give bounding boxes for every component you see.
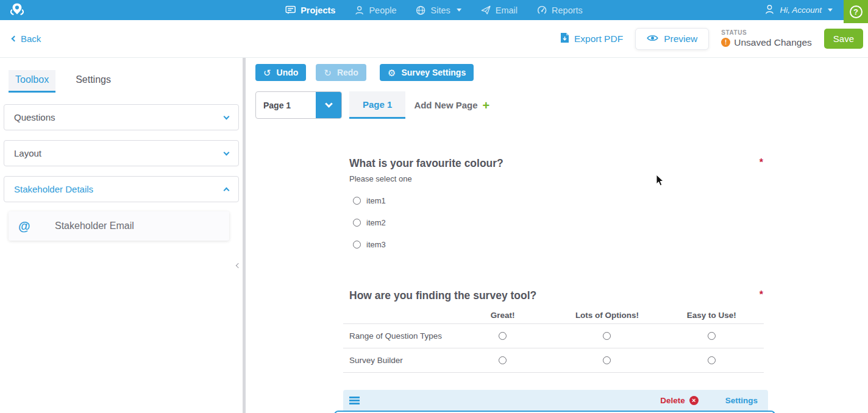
redo-button[interactable]: ↻ Redo: [316, 64, 366, 81]
radio-button[interactable]: [603, 332, 611, 340]
help-button[interactable]: ?: [844, 0, 868, 23]
nav-item-projects[interactable]: Projects: [285, 5, 335, 15]
nav-item-label: Email: [496, 5, 518, 15]
nav-item-label: Sites: [431, 5, 450, 15]
survey-settings-label: Survey Settings: [401, 68, 466, 77]
file-download-icon: [560, 32, 569, 46]
tab-settings[interactable]: Settings: [69, 70, 118, 93]
required-asterisk: *: [760, 157, 763, 168]
radio-option[interactable]: item1: [349, 189, 763, 211]
matrix-table: Great! Lots of Options! Easy to Use! Ran…: [343, 309, 764, 373]
back-label: Back: [21, 34, 41, 44]
matrix-row-label: Range of Question Types: [343, 331, 450, 341]
add-new-page-button[interactable]: Add New Page +: [414, 91, 489, 119]
toolbox-item-label: Stakeholder Email: [55, 221, 134, 231]
delete-label: Delete: [660, 396, 685, 405]
radio-button[interactable]: [708, 356, 716, 364]
preview-label: Preview: [664, 34, 697, 44]
chevron-up-icon: [224, 187, 230, 193]
survey-settings-button[interactable]: ⚙ Survey Settings: [380, 64, 474, 81]
delete-circle-x-icon: ×: [689, 396, 699, 405]
element-settings-button[interactable]: Settings: [725, 396, 758, 405]
undo-button[interactable]: ↺ Undo: [255, 64, 306, 81]
radio-button[interactable]: [708, 332, 716, 340]
header-actions: Export PDF Preview STATUS ! Unsaved Chan…: [560, 28, 863, 50]
nav-item-people[interactable]: People: [355, 5, 396, 15]
radio-option-label: item3: [366, 240, 386, 249]
question-matrix[interactable]: How are you finding the survey tool? * G…: [334, 289, 775, 373]
accordion-layout[interactable]: Layout: [4, 140, 239, 166]
nav-item-reports[interactable]: Reports: [537, 5, 583, 15]
page-navigation: Page 1 Page 1 Add New Page +: [255, 91, 868, 119]
survey-builder-page: Projects People Sites Email: [0, 0, 868, 413]
toolbox-item-stakeholder-email[interactable]: @ Stakeholder Email: [9, 211, 229, 241]
nav-item-label: Reports: [552, 5, 583, 15]
selected-question-container[interactable]: [334, 411, 775, 413]
chevron-down-icon: [224, 149, 230, 155]
tab-toolbox[interactable]: Toolbox: [9, 70, 55, 93]
matrix-column-header: Lots of Options!: [555, 311, 659, 320]
accordion-label: Questions: [14, 112, 55, 122]
tab-page-1[interactable]: Page 1: [349, 91, 405, 119]
undo-label: Undo: [277, 68, 299, 77]
radio-button[interactable]: [499, 332, 507, 340]
question-radio[interactable]: What is your favourite colour? * Please …: [334, 157, 775, 255]
page-select-dropdown[interactable]: Page 1: [255, 91, 342, 119]
page-select-value: Page 1: [256, 92, 316, 118]
undo-icon: ↺: [263, 68, 271, 77]
sidebar: Toolbox Settings Questions Layout Stakeh…: [0, 58, 243, 413]
radio-option-label: item1: [366, 196, 386, 205]
app-logo-icon[interactable]: [7, 2, 27, 18]
preview-button[interactable]: Preview: [635, 28, 709, 50]
accordion-label: Stakeholder Details: [14, 184, 93, 194]
back-button[interactable]: Back: [12, 34, 41, 44]
accordion-label: Layout: [14, 148, 41, 158]
accordion-questions[interactable]: Questions: [4, 104, 239, 130]
delete-button[interactable]: Delete ×: [660, 396, 699, 405]
matrix-row-label: Survey Builder: [343, 356, 450, 365]
save-button[interactable]: Save: [824, 29, 863, 49]
toolbar-header: Back Export PDF Preview STATUS ! Unsaved…: [0, 20, 868, 58]
radio-option[interactable]: item3: [349, 233, 763, 255]
account-label: Hi, Account: [780, 5, 822, 15]
chat-icon: [285, 5, 296, 15]
eye-icon: [647, 34, 658, 44]
nav-item-sites[interactable]: Sites: [416, 5, 461, 15]
radio-button[interactable]: [353, 197, 361, 205]
chevron-down-icon: [224, 113, 230, 119]
redo-label: Redo: [337, 68, 358, 77]
radio-option[interactable]: item2: [349, 211, 763, 233]
matrix-row: Range of Question Types: [343, 324, 764, 348]
sidebar-tabs: Toolbox Settings: [9, 70, 243, 93]
matrix-row: Survey Builder: [343, 348, 764, 373]
drag-handle-icon[interactable]: [349, 397, 360, 404]
radio-button[interactable]: [499, 356, 507, 364]
gear-icon: ⚙: [388, 68, 396, 77]
radio-options: item1 item2 item3: [349, 189, 763, 255]
survey-canvas: What is your favourite colour? * Please …: [334, 157, 775, 413]
question-title: What is your favourite colour?: [349, 157, 503, 170]
matrix-column-header: Great!: [450, 311, 555, 320]
export-pdf-label: Export PDF: [574, 34, 623, 44]
person-icon: [355, 5, 364, 15]
account-person-icon: [764, 4, 775, 16]
accordion-stakeholder-details[interactable]: Stakeholder Details: [4, 176, 239, 202]
export-pdf-button[interactable]: Export PDF: [560, 32, 623, 46]
status-block: STATUS ! Unsaved Changes: [721, 29, 812, 49]
radio-option-label: item2: [366, 218, 386, 227]
account-menu[interactable]: Hi, Account: [764, 4, 833, 16]
chevron-down-icon: [457, 9, 461, 12]
chevron-down-icon: [828, 9, 833, 12]
warning-icon: !: [721, 38, 730, 47]
radio-button[interactable]: [353, 219, 361, 227]
status-title: STATUS: [721, 29, 812, 37]
radio-button[interactable]: [603, 356, 611, 364]
paper-plane-icon: [481, 5, 491, 15]
question-title: How are you finding the survey tool?: [349, 289, 536, 302]
redo-icon: ↻: [324, 68, 332, 77]
survey-editor: ↺ Undo ↻ Redo ⚙ Survey Settings Page 1 P…: [246, 58, 868, 413]
nav-item-email[interactable]: Email: [481, 5, 518, 15]
plus-icon: +: [483, 99, 490, 111]
radio-button[interactable]: [353, 241, 361, 249]
help-icon: ?: [850, 5, 863, 18]
